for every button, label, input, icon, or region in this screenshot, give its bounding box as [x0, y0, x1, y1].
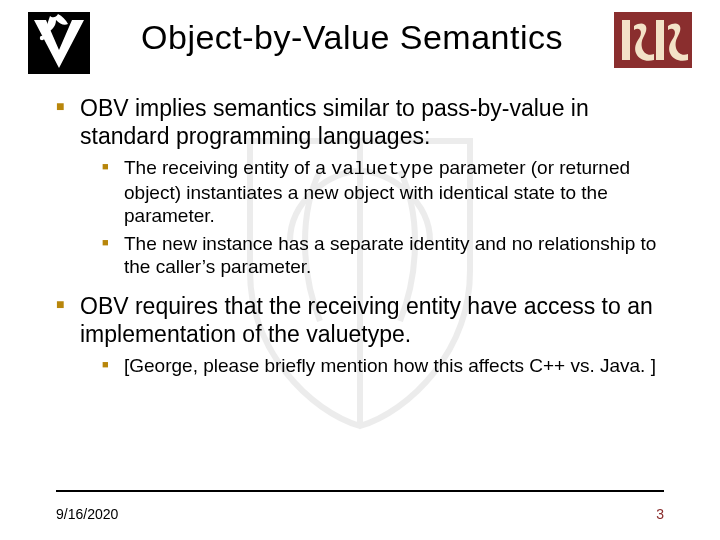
- header: Object-by-Value Semantics: [0, 0, 720, 78]
- bullet-1-2: The new instance has a separate identity…: [102, 232, 664, 278]
- vanderbilt-logo-icon: [28, 12, 90, 78]
- bullet-2: OBV requires that the receiving entity h…: [56, 292, 664, 377]
- svg-point-1: [40, 36, 44, 40]
- bullet-2-text: OBV requires that the receiving entity h…: [80, 293, 653, 347]
- bullet-1-text: OBV implies semantics similar to pass-by…: [80, 95, 589, 149]
- bullet-1-1-code: valuetype: [331, 158, 434, 180]
- bullet-2-sublist: [George, please briefly mention how this…: [102, 354, 664, 377]
- svg-rect-4: [656, 20, 664, 60]
- bullet-1-1: The receiving entity of a valuetype para…: [102, 156, 664, 228]
- page-number: 3: [656, 506, 664, 522]
- footer: 9/16/2020 3: [56, 506, 664, 522]
- svg-rect-3: [622, 20, 630, 60]
- slide: Object-by-Value Semantics OBV implies se…: [0, 0, 720, 540]
- bullet-1-sublist: The receiving entity of a valuetype para…: [102, 156, 664, 278]
- bullet-list: OBV implies semantics similar to pass-by…: [56, 94, 664, 377]
- bullet-1: OBV implies semantics similar to pass-by…: [56, 94, 664, 278]
- footer-date: 9/16/2020: [56, 506, 118, 522]
- bullet-2-1: [George, please briefly mention how this…: [102, 354, 664, 377]
- isis-logo-icon: [614, 12, 692, 72]
- bullet-1-2-text: The new instance has a separate identity…: [124, 233, 656, 277]
- footer-rule: [56, 490, 664, 492]
- bullet-1-1-text-a: The receiving entity of a: [124, 157, 331, 178]
- content: OBV implies semantics similar to pass-by…: [0, 78, 720, 377]
- slide-title: Object-by-Value Semantics: [106, 18, 598, 57]
- bullet-2-1-text: [George, please briefly mention how this…: [124, 355, 656, 376]
